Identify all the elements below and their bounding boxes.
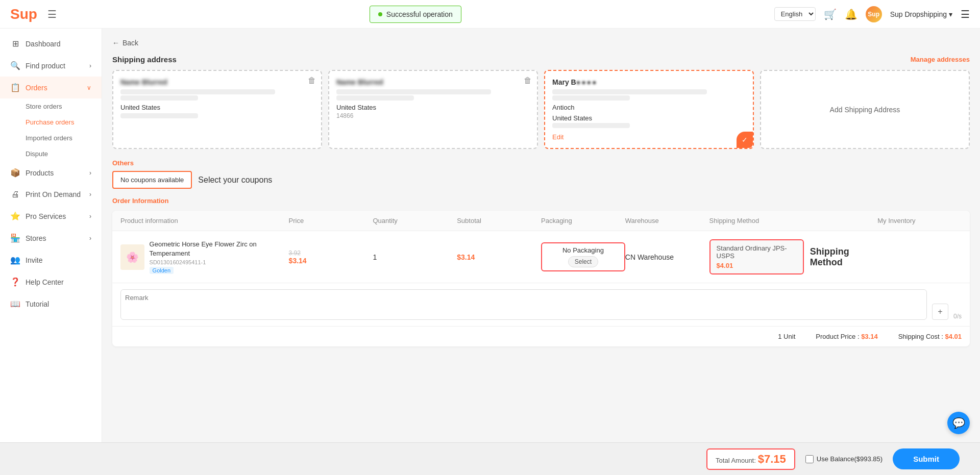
logo: Sup: [10, 6, 37, 22]
user-name[interactable]: Sup Dropshipping ▾: [890, 10, 952, 18]
tutorial-icon: 📖: [10, 299, 20, 309]
chevron-print: ›: [89, 191, 91, 198]
dashboard-icon: ⊞: [10, 39, 20, 48]
sidebar-item-help-center[interactable]: ❓ Help Center: [0, 271, 102, 293]
packaging-select-button[interactable]: Select: [568, 256, 598, 267]
price-old: 3.92: [289, 249, 373, 257]
remark-add-button[interactable]: +: [932, 304, 948, 320]
col-subtotal: Subtotal: [457, 217, 541, 224]
sidebar-item-products[interactable]: 📦 Products ›: [0, 162, 102, 184]
layout: ⊞ Dashboard 🔍 Find product › 📋 Orders ∨ …: [0, 29, 980, 475]
remark-count: 0/s: [953, 313, 962, 320]
address-1-country: United States: [120, 104, 314, 111]
col-shipping-method: Shipping Method: [709, 217, 878, 224]
shipping-box[interactable]: Standard Ordinary JPS-USPS $4.01: [709, 239, 804, 274]
address-2-name: Name Blurred: [336, 78, 530, 86]
address-3-zip: [552, 123, 630, 128]
use-balance-text: Use Balance($993.85): [817, 455, 883, 463]
sidebar-sub-orders: Store orders Purchase orders Imported or…: [0, 98, 102, 162]
sidebar-item-store-orders[interactable]: Store orders: [26, 98, 102, 114]
add-address-card[interactable]: Add Shipping Address: [760, 70, 970, 149]
address-3-edit-link[interactable]: Edit: [552, 133, 564, 141]
product-price-summary: Product Price : $3.14: [816, 333, 877, 340]
use-balance-label[interactable]: Use Balance($993.85): [805, 455, 883, 463]
sidebar-item-dashboard[interactable]: ⊞ Dashboard: [0, 33, 102, 55]
sidebar-item-print-on-demand[interactable]: 🖨 Print On Demand ›: [0, 184, 102, 205]
hamburger-right-icon[interactable]: ☰: [961, 8, 970, 20]
table-row: 🌸 Geometric Horse Eye Flower Zirc on Tem…: [112, 231, 970, 283]
back-button[interactable]: ← Back: [112, 39, 970, 47]
address-2-line1: [336, 89, 491, 94]
sidebar-item-orders[interactable]: 📋 Orders ∨: [0, 77, 102, 98]
col-product-info: Product information: [120, 217, 289, 224]
sidebar-item-imported-orders[interactable]: Imported orders: [26, 130, 102, 146]
col-warehouse: Warehouse: [625, 217, 709, 224]
total-value: $7.15: [758, 453, 786, 465]
sidebar-item-find-product[interactable]: 🔍 Find product ›: [0, 55, 102, 77]
address-1-zip: [120, 113, 198, 118]
address-card-2[interactable]: 🗑 Name Blurred United States 14866: [328, 70, 538, 149]
address-3-country: United States: [552, 114, 746, 122]
address-2-zip: 14866: [336, 112, 530, 119]
product-info: 🌸 Geometric Horse Eye Flower Zirc on Tem…: [120, 240, 289, 274]
sidebar-label-orders: Orders: [26, 84, 47, 92]
footer-bar: Total Amount: $7.15 Use Balance($993.85)…: [0, 442, 980, 475]
sidebar-item-tutorial[interactable]: 📖 Tutorial: [0, 293, 102, 315]
packaging-cell[interactable]: No Packaging Select: [541, 242, 625, 271]
sidebar-label-find-product: Find product: [26, 62, 65, 70]
total-label: Total Amount:: [716, 457, 756, 464]
quantity-value: 1: [373, 253, 377, 261]
manage-addresses-link[interactable]: Manage addresses: [911, 56, 970, 63]
others-label: Others: [112, 159, 970, 167]
address-1-name: Name Blurred: [120, 78, 314, 86]
pro-services-icon: ⭐: [10, 211, 20, 221]
product-name: Geometric Horse Eye Flower Zirc on Tempe…: [150, 240, 289, 258]
unit-count: 1 Unit: [778, 333, 795, 340]
chevron-pro-services: ›: [89, 213, 91, 220]
menu-icon[interactable]: ☰: [47, 8, 57, 20]
print-icon: 🖨: [10, 190, 20, 199]
sidebar-label-tutorial: Tutorial: [26, 300, 49, 308]
order-table-header: Product information Price Quantity Subto…: [112, 211, 970, 231]
warehouse-cell: CN Warehouse: [625, 253, 709, 261]
chevron-products: ›: [89, 169, 91, 177]
stores-icon: 🏪: [10, 233, 20, 243]
order-info-section: Order Information Product information Pr…: [112, 197, 970, 346]
back-label: Back: [122, 39, 138, 47]
address-3-line2: [552, 95, 630, 101]
sidebar-item-pro-services[interactable]: ⭐ Pro Services ›: [0, 205, 102, 227]
use-balance-checkbox[interactable]: [805, 455, 814, 463]
bell-icon[interactable]: 🔔: [845, 8, 857, 20]
remark-input[interactable]: [120, 289, 927, 320]
add-address-label: Add Shipping Address: [830, 106, 900, 114]
address-card-3[interactable]: Mary B●●●● Antioch United States Edit ✓: [544, 70, 754, 149]
summary-row: 1 Unit Product Price : $3.14 Shipping Co…: [112, 327, 970, 346]
address-card-1[interactable]: 🗑 Name Blurred United States: [112, 70, 322, 149]
language-select[interactable]: English: [774, 7, 816, 21]
sidebar-label-help: Help Center: [26, 278, 64, 286]
packaging-name: No Packaging: [547, 246, 619, 254]
sidebar-label-stores: Stores: [26, 234, 46, 242]
submit-button[interactable]: Submit: [893, 448, 960, 469]
address-3-name: Mary B●●●●: [552, 78, 598, 86]
orders-icon: 📋: [10, 83, 20, 92]
shipping-method-cell: Standard Ordinary JPS-USPS $4.01 Shippin…: [709, 239, 878, 274]
quantity-cell: 1: [373, 253, 457, 261]
chevron-find-product: ›: [89, 62, 91, 69]
col-quantity: Quantity: [373, 217, 457, 224]
address-3-line1: [552, 89, 707, 94]
sidebar-item-invite[interactable]: 👥 Invite: [0, 249, 102, 271]
sidebar-item-stores[interactable]: 🏪 Stores ›: [0, 227, 102, 249]
chat-bubble[interactable]: 💬: [947, 412, 970, 434]
sidebar-item-dispute[interactable]: Dispute: [26, 146, 102, 162]
avatar: Sup: [866, 6, 882, 22]
shipping-section-title: Shipping address Manage addresses: [112, 55, 970, 64]
navbar-center: Successful operation: [57, 6, 774, 23]
coupon-box[interactable]: No coupons available: [112, 171, 192, 189]
cart-icon[interactable]: 🛒: [824, 8, 837, 20]
help-icon: ❓: [10, 277, 20, 287]
address-1-line2: [120, 95, 198, 101]
back-arrow-icon: ←: [112, 39, 119, 47]
sidebar-item-purchase-orders[interactable]: Purchase orders: [26, 114, 102, 130]
search-icon: 🔍: [10, 61, 20, 70]
